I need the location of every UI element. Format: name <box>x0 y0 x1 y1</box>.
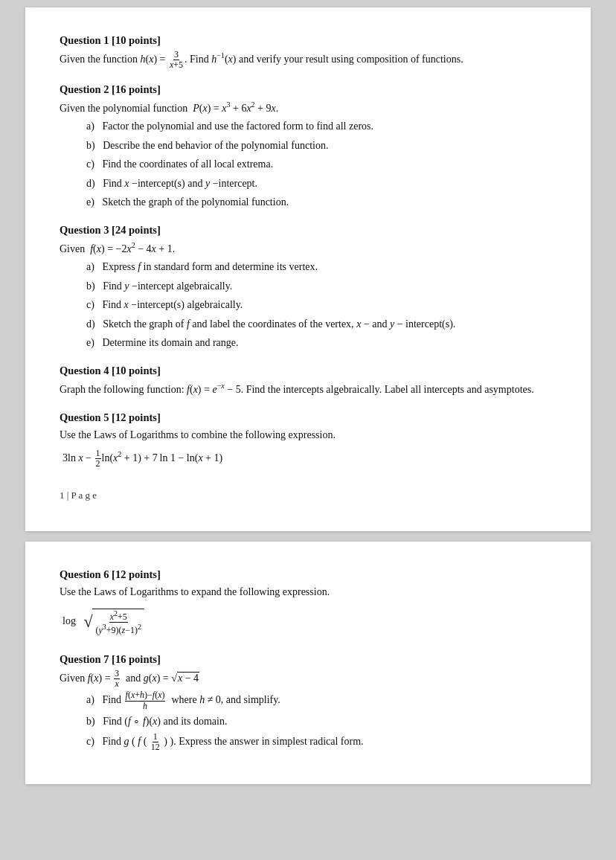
q4-body: Graph the following function: f(x) = e−x… <box>60 380 556 398</box>
q7-sub-items: a) Find f(x+h)−f(x) h where h ≠ 0, and s… <box>86 690 556 752</box>
q7-title: Question 7 [16 points] <box>60 653 556 666</box>
q2-item-b: b) Describe the end behavior of the poly… <box>86 138 556 154</box>
q5-expr: 3ln x − 1 2 ln(x2 + 1) + 7 ln 1 − ln(x +… <box>62 449 556 469</box>
q6-inner-frac: x2+5 (y3+9)(z−1)2 <box>94 609 142 635</box>
q1-title: Question 1 [10 points] <box>60 34 556 47</box>
q4-title: Question 4 [10 points] <box>60 365 556 377</box>
page-1-footer: 1 | P a g e <box>60 490 556 501</box>
q2-body: Given the polynomial function P(x) = x3 … <box>60 99 556 117</box>
q7a-frac: f(x+h)−f(x) h <box>125 690 166 710</box>
q3-item-b: b) Find y −intercept algebraically. <box>86 278 556 295</box>
q5-title: Question 5 [12 points] <box>60 411 556 424</box>
q6-sqrt-content: x2+5 (y3+9)(z−1)2 <box>92 609 144 635</box>
question-7: Question 7 [16 points] Given f(x) = 3 x … <box>60 653 556 753</box>
question-4: Question 4 [10 points] Graph the followi… <box>60 365 556 398</box>
page-2: Question 6 [12 points] Use the Laws of L… <box>25 542 591 784</box>
q3-item-d: d) Sketch the graph of f and label the c… <box>86 316 556 333</box>
q1-fraction: 3 x+5 <box>169 50 184 70</box>
q7c-frac: 1 12 <box>150 732 161 752</box>
question-2: Question 2 [16 points] Given the polynom… <box>60 83 556 211</box>
q2-title: Question 2 [16 points] <box>60 83 556 96</box>
q3-sub-items: a) Express f in standard form and determ… <box>86 259 556 351</box>
q6-title: Question 6 [12 points] <box>60 568 556 581</box>
q5-body: Use the Laws of Logarithms to combine th… <box>60 427 556 443</box>
q7-item-b: b) Find (f ∘ f)(x) and its domain. <box>86 713 556 730</box>
q6-sqrt: √ x2+5 (y3+9)(z−1)2 <box>83 609 144 635</box>
question-3: Question 3 [24 points] Given f(x) = −2x2… <box>60 224 556 351</box>
page-1: Question 1 [10 points] Given the functio… <box>25 7 591 531</box>
q3-item-e: e) Determine its domain and range. <box>86 335 556 351</box>
q7-body: Given f(x) = 3 x and g(x) = √x − 4 <box>60 669 556 689</box>
q1-body: Given the function h(x) = 3 x+5 . Find h… <box>60 50 556 70</box>
q3-item-c: c) Find x −intercept(s) algebraically. <box>86 297 556 313</box>
q7-item-a: a) Find f(x+h)−f(x) h where h ≠ 0, and s… <box>86 690 556 710</box>
q7-frac: 3 x <box>114 669 120 689</box>
q5-half: 1 2 <box>95 449 101 469</box>
question-5: Question 5 [12 points] Use the Laws of L… <box>60 411 556 469</box>
q2-item-c: c) Find the coordinates of all local ext… <box>86 156 556 173</box>
q2-item-a: a) Factor the polynomial and use the fac… <box>86 118 556 135</box>
q2-sub-items: a) Factor the polynomial and use the fac… <box>86 118 556 211</box>
q6-body: Use the Laws of Logarithms to expand the… <box>60 584 556 600</box>
question-6: Question 6 [12 points] Use the Laws of L… <box>60 568 556 635</box>
q3-title: Question 3 [24 points] <box>60 224 556 237</box>
q2-item-d: d) Find x −intercept(s) and y −intercept… <box>86 176 556 192</box>
q7-item-c: c) Find g ( f ( 1 12 ) ). Express the an… <box>86 732 556 752</box>
q2-item-e: e) Sketch the graph of the polynomial fu… <box>86 194 556 211</box>
q3-item-a: a) Express f in standard form and determ… <box>86 259 556 275</box>
q3-body: Given f(x) = −2x2 − 4x + 1. <box>60 240 556 257</box>
q6-log-expr: log √ x2+5 (y3+9)(z−1)2 <box>62 609 556 635</box>
question-1: Question 1 [10 points] Given the functio… <box>60 34 556 70</box>
